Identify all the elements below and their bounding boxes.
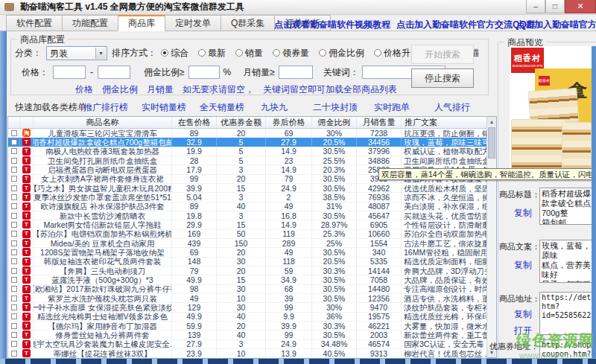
row-checkbox[interactable] [8,184,20,192]
top-link-0[interactable]: 点击观看勤奋喵软件视频教程 [274,19,390,31]
open-url-link[interactable]: 打开 [514,325,532,337]
row-checkbox[interactable] [8,313,20,321]
sort-option-0[interactable]: 综合 [161,47,188,60]
table-row[interactable]: T南极人电热蚊香液3瓶套装加热器19.9514.930.5%37996权威认证，… [8,147,487,156]
close-button[interactable]: ✕ [565,0,596,13]
table-row[interactable]: T精选丝光纯棉男士短袖潮V领多款多色49.9409.936%19575精选优质丝… [8,313,487,322]
table-row[interactable]: T【欧湘站】2017新款钉珠破洞九分裤牛仔裤98306830.5%14480专注… [8,285,487,294]
row-checkbox[interactable] [8,202,20,211]
sort-option-3[interactable]: 领券量 [273,47,309,60]
tab-3[interactable]: 定时发单 [165,15,221,31]
table-row[interactable]: T修身蕾丝短袖九分裤两件套139409930.5%2003新款蕾丝两件套，重工蕾… [8,331,487,339]
row-checkbox[interactable] [8,239,20,247]
quick-link-5[interactable]: 实时跑单 [374,101,410,114]
row-checkbox[interactable] [8,349,20,357]
checkbox-icon[interactable] [11,130,17,136]
tab-0[interactable]: 软件配置 [6,15,62,31]
column-header-3[interactable]: 券后价格 [266,117,312,128]
row-checkbox[interactable] [8,138,20,146]
quick-link-3[interactable]: 九块九 [261,101,288,114]
tab-1[interactable]: 功能配置 [62,15,118,31]
price-max-input[interactable] [98,66,130,79]
checkbox-icon[interactable] [11,323,17,329]
checkbox-icon[interactable] [11,167,17,173]
vertical-scrollbar[interactable]: ▲ ▼ [486,117,496,357]
checkbox-icon[interactable] [11,139,17,145]
checkbox-icon[interactable] [11,249,17,255]
scrollbar-thumb[interactable] [488,127,495,159]
scroll-up-icon[interactable]: ▲ [487,117,496,127]
quick-link-6[interactable]: 人气排行 [434,101,470,114]
sort-option-2[interactable]: 销量 [235,47,263,60]
table-row[interactable]: T紫罗兰水洗护颈枕头枕芯两只装49103930.5%12356酒店专供，水洗棉料… [8,294,487,303]
row-checkbox[interactable] [8,156,20,165]
maximize-button[interactable]: □ [545,0,565,13]
table-row[interactable]: T【苏泊尔】电饼铛双面加热不粘锅煎烤机1695011925.3%10660苏泊尔… [8,230,487,239]
checkbox-icon[interactable] [11,313,17,319]
table-row[interactable]: T欧诗漫旗舰店 补水保湿护肤品3件套89404931%48087美白淡斑，补水保… [8,202,487,211]
table-row[interactable]: T蒂娜丝【提花连裤丝袜3双】23.91013.940.5%9313柳岩代言！优质… [8,349,487,358]
table-row[interactable]: T稻香村超级爆款拿破仑糕点700g整箱包邮32.9527.920.5%34456… [8,138,487,147]
checkbox-icon[interactable] [11,286,17,292]
stop-search-button[interactable]: 停止搜索 [411,68,474,88]
radio-icon[interactable] [273,49,280,57]
checkbox-icon[interactable] [11,240,17,246]
row-checkbox[interactable] [8,294,20,302]
product-copywriting-value[interactable]: 玫瑰，蓝莓，原味 糕点，营养美味好 日子，都有稻香村 [539,240,596,283]
quick-link-1[interactable]: 实时销量榜 [142,101,186,114]
table-row[interactable]: T蓝露洗手液（500g+300g）*349.91534.930.5%7058大品… [8,275,487,284]
checkbox-icon[interactable] [11,277,17,283]
checkbox-icon[interactable] [11,296,17,301]
table-row[interactable]: T【巧之木】男女孩益智儿童积木玩具200粒39.91524.930.5%4296… [8,184,487,193]
checkbox-icon[interactable] [11,148,17,154]
table-row[interactable]: T【奔腾】三头电动剃须刀79205930.3%14144奔腾大品牌，3D浮动刀头… [8,266,487,275]
radio-icon[interactable] [374,49,381,57]
table-row[interactable]: T新款中长雪纺沙滩防晒衣19.8316.830.5%45647买就送头花，优质雪… [8,211,487,220]
table-row[interactable]: 淘儿童滑板车三轮闪光宝宝滑滑车89206930%7238抗压更强，防止侧翻，钢.… [8,129,487,138]
column-header-5[interactable]: 月销售量 [357,117,402,128]
row-checkbox[interactable] [8,129,20,137]
price-min-input[interactable] [53,66,86,79]
row-checkbox[interactable] [8,220,20,229]
checkbox-icon[interactable] [11,194,17,200]
checkbox-icon[interactable] [11,231,17,237]
checkbox-icon[interactable] [11,304,17,310]
monthly-sales-input[interactable] [279,66,313,79]
checkbox-icon[interactable] [11,213,17,219]
quick-link-2[interactable]: 全天销量榜 [200,101,244,114]
quick-link-0[interactable]: 推广排行榜 [83,101,128,114]
radio-checked-icon[interactable] [161,49,168,57]
top-link-1[interactable]: 点击加入勤奋喵软件官方交流QQ群 [396,19,536,31]
checkbox-icon[interactable] [11,185,17,191]
table-row[interactable]: T卫生间免打孔厕所纸巾盒抽纸盒2852325.5%34886卫生间厕所纸巾盒抽纸… [8,156,487,165]
table-row[interactable]: T奥宇太空玩具沙套装魔力黏土橡皮泥安全...27.9324.934.48%465… [8,340,487,349]
quick-link-4[interactable]: 二十块封顶 [313,101,358,114]
row-checkbox[interactable] [8,303,20,311]
minimize-button[interactable]: – [526,0,545,13]
radio-icon[interactable] [198,49,206,57]
row-checkbox[interactable] [8,340,20,348]
row-checkbox[interactable] [8,175,20,183]
radio-icon[interactable] [319,49,326,57]
checkbox-icon[interactable] [11,351,17,357]
row-checkbox[interactable] [8,331,20,339]
sort-option-4[interactable]: 佣金比例 [319,47,364,60]
row-checkbox[interactable] [8,285,20,293]
row-checkbox[interactable] [8,147,20,156]
product-title-value[interactable]: 稻香村超级爆款拿破仑糕点700g整 箱包邮 [539,188,596,225]
column-header-1[interactable]: 在售价格 [172,117,217,128]
row-checkbox[interactable] [8,211,20,220]
category-dropdown[interactable]: 男装 ▼ [46,46,107,60]
row-checkbox[interactable] [8,248,20,256]
table-row[interactable]: T一叶子补水面膜 女保湿提亮肤色紧致淡纹129309930%9470淡纹护肤品套… [8,303,487,312]
top-link-2[interactable]: 点击加入勤奋喵官方QQ采 [516,19,596,31]
checkbox-icon[interactable] [11,176,17,182]
row-checkbox[interactable] [8,165,20,173]
table-row[interactable]: T【德尔玛】家用静音布丁加湿器59.92039.930.3%46221大雾量，快… [8,322,487,331]
copy-url-link[interactable]: 复制 [514,308,532,321]
row-checkbox[interactable] [8,266,20,275]
tab-2[interactable]: 商品库 [118,15,165,31]
chevron-down-icon[interactable]: ▼ [95,48,106,59]
checkbox-icon[interactable] [11,158,17,164]
checkbox-icon[interactable] [11,222,17,228]
